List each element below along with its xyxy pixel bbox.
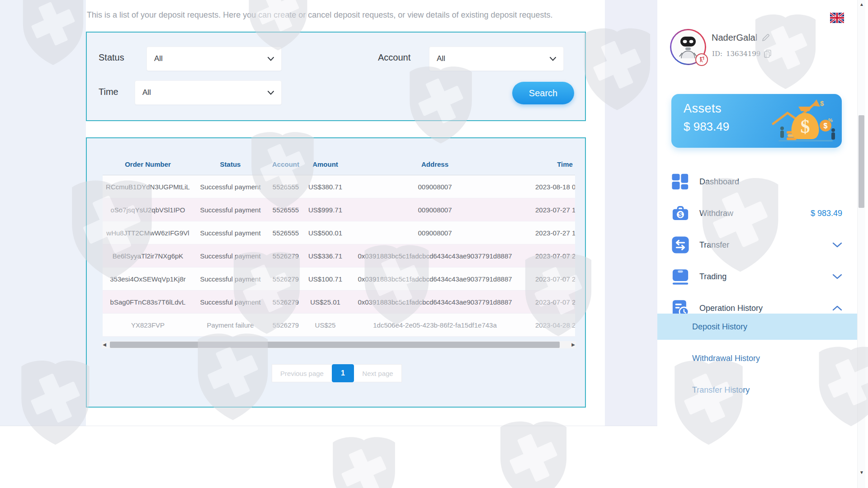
table-row[interactable]: wHu8JTT2CMwW6zIFG9VlSuccessful payment55…: [103, 221, 575, 244]
previous-page-button[interactable]: Previous page: [272, 364, 332, 382]
submenu-item-withdrawal-history[interactable]: Withdrawal History: [657, 345, 858, 371]
column-header: Status: [193, 160, 268, 168]
submenu-item-transfer-history[interactable]: Transfer History: [657, 377, 858, 403]
vertical-scrollbar[interactable]: ▲ ▼: [857, 0, 865, 488]
account-filter-select[interactable]: All: [429, 47, 564, 71]
column-header: Time: [523, 160, 575, 168]
scroll-up-arrow-icon[interactable]: ▲: [858, 2, 866, 7]
sidebar-item-label: Dashboard: [699, 177, 739, 187]
operation-history-submenu: Deposit HistoryWithdrawal HistoryTransfe…: [657, 314, 858, 408]
content-sidebar-gap: [605, 0, 657, 426]
status-filter-select[interactable]: All: [146, 47, 282, 71]
account-filter-label: Account: [378, 52, 410, 63]
chevron-down-icon: [268, 54, 274, 63]
edit-username-icon[interactable]: [762, 34, 769, 42]
cell-address: 1dc506e4-2e05-423b-86f2-fa15df1e743a: [347, 321, 523, 329]
sidebar-item-label: Operation History: [699, 304, 763, 313]
scroll-right-arrow-icon[interactable]: ▶: [571, 341, 576, 348]
cell-order: oSo7jsqYsU2qbVSl1IPO: [103, 206, 193, 214]
cell-account: 5526279: [268, 252, 304, 260]
table-body: RCcmuB1DYdN3UGPMtLiLSuccessful payment55…: [103, 175, 575, 337]
sidebar-item-transfer[interactable]: Transfer: [671, 229, 842, 261]
cell-amount: US$500.01: [304, 229, 347, 237]
cell-address: 0x0391883bc5c1fadcbcd6434c43ae9037791d88…: [347, 298, 523, 306]
column-header: Order Number: [103, 160, 193, 168]
assets-value: $ 983.49: [684, 120, 729, 134]
cell-account: 5526555: [268, 206, 304, 214]
column-header: Address: [347, 160, 523, 168]
cell-account: 5526555: [268, 229, 304, 237]
cell-address: 0x0391883bc5c1fadcbcd6434c43ae9037791d88…: [347, 252, 523, 260]
chevron-down-icon: [832, 242, 842, 248]
cell-time: 2023-07-07 21:26:3: [523, 298, 575, 306]
table-header-row: Order NumberStatusAccountAmountAddressTi…: [103, 154, 575, 175]
scroll-left-arrow-icon[interactable]: ◀: [102, 341, 107, 348]
svg-text:$: $: [820, 99, 824, 107]
vertical-scroll-thumb[interactable]: [859, 115, 864, 208]
horizontal-scroll-track[interactable]: [107, 341, 571, 348]
table-row[interactable]: RCcmuB1DYdN3UGPMtLiLSuccessful payment55…: [103, 175, 575, 198]
cell-status: Successful payment: [193, 252, 268, 260]
cell-time: 2023-04-28 20:40:5: [523, 321, 575, 329]
cell-address: 009008007: [347, 183, 523, 191]
chevron-down-icon: [268, 88, 274, 97]
search-button[interactable]: Search: [512, 82, 574, 104]
sidebar-item-label: Transfer: [699, 240, 729, 250]
table-row[interactable]: Be6lSyyaTl2ir7NXg6pKSuccessful payment55…: [103, 244, 575, 267]
cell-time: 2023-07-27 16:09:5: [523, 229, 575, 237]
watermark-shield-icon: [495, 418, 572, 488]
cell-amount: US$380.71: [304, 183, 347, 191]
sidebar-item-label: Withdraw: [699, 209, 733, 218]
column-header: Amount: [304, 160, 347, 168]
cell-address: 009008007: [347, 229, 523, 237]
current-page-button[interactable]: 1: [332, 364, 354, 382]
cell-order: wHu8JTT2CMwW6zIFG9Vl: [103, 229, 193, 237]
cell-status: Successful payment: [193, 206, 268, 214]
next-page-button[interactable]: Next page: [354, 364, 402, 382]
column-header: Account: [268, 160, 304, 168]
cell-order: YX823FVP: [103, 321, 193, 329]
pagination: Previous page 1 Next page: [87, 364, 587, 382]
language-flag-icon[interactable]: [830, 13, 844, 23]
horizontal-scroll-thumb[interactable]: [110, 342, 560, 348]
cell-status: Successful payment: [193, 183, 268, 191]
table-row[interactable]: oSo7jsqYsU2qbVSl1IPOSuccessful payment55…: [103, 198, 575, 221]
page-description: This is a list of your deposit requests.…: [87, 10, 553, 20]
main-content-panel: This is a list of your deposit requests.…: [86, 3, 605, 426]
cell-status: Successful payment: [193, 229, 268, 237]
user-id-value: 13634199: [726, 50, 760, 58]
horizontal-scrollbar[interactable]: ◀ ▶: [102, 341, 576, 348]
table-row[interactable]: 353esi4OxSEWqVp1Kj8rSuccessful payment55…: [103, 267, 575, 291]
sidebar-nav: DashboardWithdraw$ 983.49TransferTrading…: [671, 166, 842, 324]
left-gutter: [0, 0, 86, 426]
time-filter-select[interactable]: All: [135, 80, 282, 105]
filter-card: Status All Account All Time All: [86, 32, 586, 121]
scroll-down-arrow-icon[interactable]: ▼: [858, 470, 866, 475]
cell-amount: US$25.01: [304, 298, 347, 306]
cell-status: Successful payment: [193, 275, 268, 283]
sidebar-item-trading[interactable]: Trading: [671, 261, 842, 292]
table-row[interactable]: YX823FVPPayment failure5526279US$251dc50…: [103, 314, 575, 337]
assets-card[interactable]: Assets $ 983.49 $ % $ $: [671, 94, 842, 148]
submenu-item-deposit-history[interactable]: Deposit History: [657, 314, 858, 340]
cell-status: Successful payment: [193, 298, 268, 306]
cell-amount: US$999.71: [304, 206, 347, 214]
dashboard-icon: [671, 173, 689, 191]
user-id-label: ID:: [712, 50, 722, 58]
table-row[interactable]: bSag0FTnC83s7T6lLdvLSuccessful payment55…: [103, 291, 575, 314]
sidebar-item-label: Trading: [699, 272, 726, 282]
deposit-table-card: Order NumberStatusAccountAmountAddressTi…: [86, 137, 586, 408]
chevron-down-icon: [550, 54, 556, 63]
withdraw-icon: [671, 204, 689, 222]
account-filter-value: All: [437, 54, 445, 63]
sidebar-item-withdraw[interactable]: Withdraw$ 983.49: [671, 197, 842, 229]
cell-amount: US$336.71: [304, 252, 347, 260]
status-filter-value: All: [154, 54, 163, 63]
cell-time: 2023-08-18 06:40:1: [523, 183, 575, 191]
copy-id-icon[interactable]: [764, 50, 771, 58]
cell-address: 0x0391883bc5c1fadcbcd6434c43ae9037791d88…: [347, 275, 523, 283]
sidebar-item-dashboard[interactable]: Dashboard: [671, 166, 842, 197]
assets-label: Assets: [684, 102, 722, 116]
time-filter-value: All: [142, 88, 151, 97]
cell-account: 5526555: [268, 183, 304, 191]
